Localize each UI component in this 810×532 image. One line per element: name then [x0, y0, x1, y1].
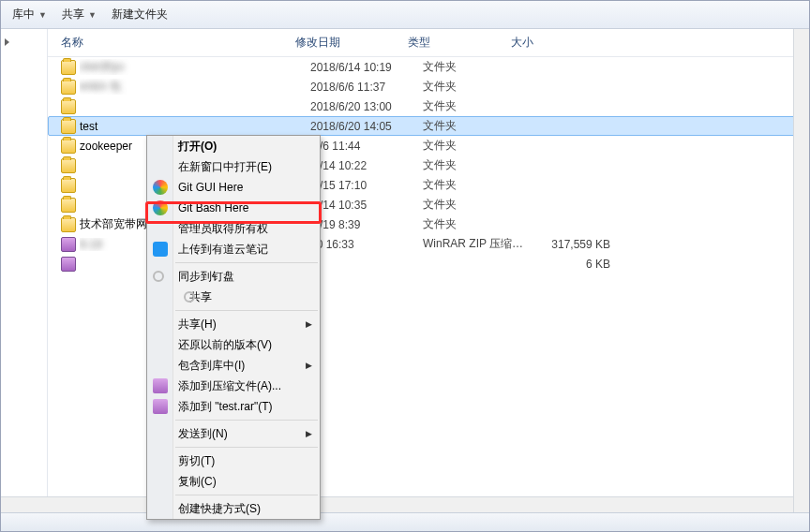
context-menu-separator	[175, 262, 318, 263]
context-menu-item[interactable]: 包含到库中(I)▶	[147, 355, 320, 376]
context-menu-item[interactable]: Git Bash Here	[147, 198, 320, 218]
column-size[interactable]: 大小	[511, 35, 605, 51]
rar-icon	[153, 399, 168, 414]
context-menu-separator	[175, 447, 318, 448]
submenu-arrow-icon: ▶	[306, 361, 312, 370]
chevron-down-icon: ▼	[38, 10, 47, 20]
context-menu-item[interactable]: 添加到压缩文件(A)...	[147, 376, 320, 396]
context-menu-item[interactable]: 共享	[147, 287, 320, 307]
file-row[interactable]: enkin 包2018/6/6 11:37文件夹	[48, 77, 809, 96]
column-name[interactable]: 名称	[61, 35, 295, 51]
horizontal-scrollbar[interactable]	[1, 496, 793, 512]
file-type: 文件夹	[423, 98, 526, 114]
folder-icon	[61, 158, 76, 173]
context-item-label: 剪切(T)	[178, 453, 215, 469]
archive-icon	[61, 237, 76, 252]
context-item-label: 复制(C)	[178, 474, 217, 490]
cloud-icon	[153, 242, 168, 257]
context-item-label: 添加到压缩文件(A)...	[178, 378, 281, 394]
main-area: 名称 修改日期 类型 大小 cker的yu2018/6/14 10:19文件夹e…	[1, 29, 809, 512]
navigation-pane[interactable]	[1, 29, 48, 512]
toolbar-share-label: 共享	[62, 7, 84, 22]
file-date: 2018/6/6 11:37	[310, 81, 423, 94]
file-date: 2018/6/14 10:19	[310, 61, 423, 74]
column-headers: 名称 修改日期 类型 大小	[48, 29, 809, 57]
context-item-label: 打开(O)	[178, 139, 217, 155]
file-date: 2018/6/20 14:05	[310, 120, 423, 133]
chevron-down-icon: ▼	[88, 10, 97, 20]
toolbar-share[interactable]: 共享 ▼	[54, 3, 104, 26]
file-date: / 0 16:33	[310, 238, 423, 251]
context-item-label: 在新窗口中打开(E)	[178, 159, 272, 175]
context-menu-item[interactable]: 上传到有道云笔记	[147, 239, 320, 259]
context-item-label: 管理员取得所有权	[178, 221, 268, 237]
context-item-label: Git GUI Here	[178, 181, 243, 194]
toolbar-newfolder[interactable]: 新建文件夹	[104, 3, 175, 26]
context-menu-item[interactable]: 创建快捷方式(S)	[147, 498, 320, 519]
gitcol-icon	[153, 200, 168, 215]
context-menu-separator	[175, 420, 318, 421]
file-type: 文件夹	[423, 118, 526, 134]
context-item-label: 包含到库中(I)	[178, 358, 245, 374]
folder-icon	[61, 60, 76, 75]
file-size: 317,559 KB	[526, 238, 620, 251]
folder-icon	[61, 139, 76, 154]
file-size: 6 KB	[526, 258, 620, 271]
file-type: WinRAR ZIP 压缩…	[423, 236, 526, 252]
tree-expand-icon[interactable]	[5, 38, 9, 46]
file-date: /6/14 10:35	[310, 199, 423, 212]
context-item-label: 同步到钉盘	[178, 269, 234, 285]
column-date[interactable]: 修改日期	[295, 35, 408, 51]
folder-icon	[61, 217, 76, 232]
context-menu-item[interactable]: 还原以前的版本(V)	[147, 334, 320, 355]
context-item-label: 共享(H)	[178, 317, 217, 332]
context-menu-item[interactable]: 打开(O)	[147, 136, 320, 156]
context-item-label: Git Bash Here	[178, 201, 248, 214]
context-menu-item[interactable]: 剪切(T)	[147, 451, 320, 471]
file-name: test	[80, 120, 310, 133]
toolbar-lib-label: 库中	[12, 7, 35, 22]
context-menu-item[interactable]: 复制(C)	[147, 471, 320, 492]
file-date: 2018/6/20 13:00	[310, 100, 423, 113]
file-type: 文件夹	[423, 197, 526, 213]
toolbar-lib[interactable]: 库中 ▼	[5, 3, 54, 26]
status-bar	[1, 512, 809, 531]
archive-icon	[61, 257, 76, 272]
vertical-scrollbar[interactable]	[793, 29, 809, 512]
context-item-label: 还原以前的版本(V)	[178, 337, 272, 353]
submenu-arrow-icon: ▶	[306, 429, 312, 438]
file-type: 文件夹	[423, 79, 526, 95]
context-menu-item[interactable]: 添加到 "test.rar"(T)	[147, 396, 320, 417]
file-type: 文件夹	[423, 216, 526, 232]
context-menu-separator	[175, 310, 318, 311]
file-date: /6/14 10:22	[310, 159, 423, 172]
context-item-label: 上传到有道云笔记	[178, 242, 268, 258]
file-date: /6/19 8:39	[310, 218, 423, 231]
context-menu-item[interactable]: 发送到(N)▶	[147, 423, 320, 444]
context-menu-item[interactable]: 共享(H)▶	[147, 314, 320, 334]
column-type[interactable]: 类型	[408, 35, 511, 51]
context-menu-item[interactable]: Git GUI Here	[147, 177, 320, 198]
context-item-label: 发送到(N)	[178, 426, 228, 442]
rar-icon	[153, 378, 168, 393]
file-type: 文件夹	[423, 177, 526, 193]
context-menu-item[interactable]: 同步到钉盘	[147, 266, 320, 287]
context-item-label: 创建快捷方式(S)	[178, 501, 261, 517]
gitcol-icon	[153, 180, 168, 195]
context-menu-item[interactable]: 在新窗口中打开(E)	[147, 156, 320, 177]
context-menu-item[interactable]: 管理员取得所有权	[147, 218, 320, 239]
context-item-label: 添加到 "test.rar"(T)	[178, 399, 273, 415]
file-date: /6/15 17:10	[310, 179, 423, 192]
folder-icon	[61, 80, 76, 95]
file-type: 文件夹	[423, 157, 526, 173]
file-row[interactable]: cker的yu2018/6/14 10:19文件夹	[48, 57, 809, 77]
file-name: enkin 包	[80, 79, 310, 95]
file-date: /6/6 11:44	[310, 140, 423, 153]
context-menu-separator	[175, 495, 318, 495]
file-row[interactable]: 2018/6/20 13:00文件夹	[48, 96, 809, 116]
context-menu: 打开(O)在新窗口中打开(E)Git GUI HereGit Bash Here…	[146, 135, 321, 520]
folder-icon	[61, 99, 76, 114]
submenu-arrow-icon: ▶	[306, 319, 312, 329]
toolbar-newfolder-label: 新建文件夹	[112, 7, 168, 22]
file-row[interactable]: test2018/6/20 14:05文件夹	[48, 116, 809, 136]
